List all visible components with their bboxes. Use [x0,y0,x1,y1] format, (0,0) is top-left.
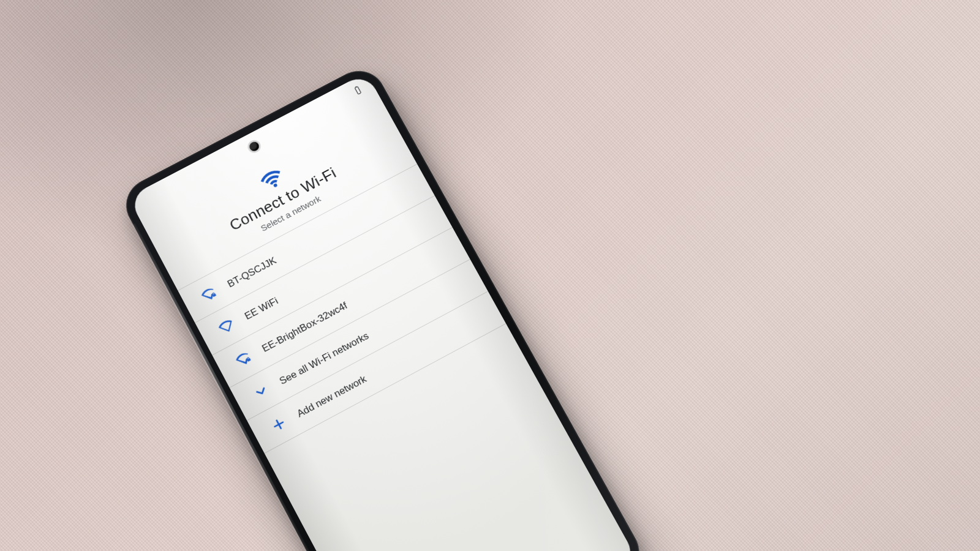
status-bar [350,82,366,98]
chevron-down-icon [251,381,272,402]
svg-rect-0 [355,86,361,94]
plus-icon [268,414,290,435]
battery-icon [351,83,365,97]
wifi-lock-icon [199,284,220,305]
punch-hole-camera [248,140,261,152]
wifi-lock-icon [233,349,254,370]
wifi-icon [216,317,237,337]
